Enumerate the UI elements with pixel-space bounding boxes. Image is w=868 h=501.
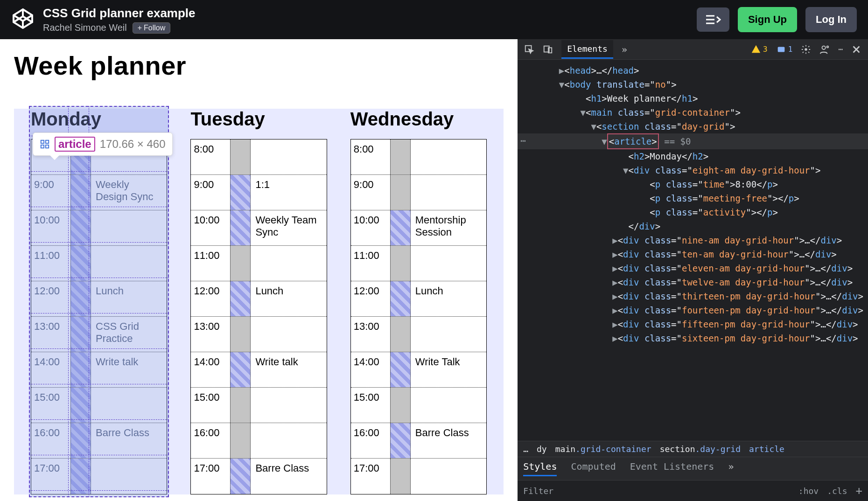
- device-icon[interactable]: [543, 44, 553, 55]
- day-heading: Monday: [31, 109, 167, 130]
- dom-node[interactable]: ▶<div class="fourteen-pm day-grid-hour">…: [518, 303, 868, 317]
- tab-styles[interactable]: Styles: [523, 461, 557, 476]
- hour-status: [70, 423, 91, 458]
- styles-overflow-icon[interactable]: »: [728, 461, 734, 476]
- hour-status: [390, 388, 411, 423]
- close-icon[interactable]: [851, 44, 861, 55]
- svg-rect-6: [41, 140, 44, 143]
- hour-row: 11:00: [351, 246, 486, 281]
- dom-node[interactable]: <p class="activity"></p>: [518, 205, 868, 219]
- dom-node[interactable]: ▼<div class="eight-am day-grid-hour">: [518, 163, 868, 177]
- account-icon[interactable]: [819, 44, 830, 55]
- dom-node[interactable]: ▼<section class="day-grid">: [518, 119, 868, 133]
- hour-time: 16:00: [31, 423, 70, 458]
- tabs-overflow-icon[interactable]: »: [622, 44, 627, 55]
- hour-time: 10:00: [191, 210, 230, 245]
- hov-toggle[interactable]: :hov: [798, 486, 819, 496]
- breadcrumb-body[interactable]: dy: [537, 444, 547, 454]
- settings-icon[interactable]: [801, 44, 811, 55]
- dom-node[interactable]: <p class="time">8:00</p>: [518, 177, 868, 191]
- hour-time: 17:00: [191, 459, 230, 494]
- dom-node[interactable]: <p class="meeting-free"></p>: [518, 191, 868, 205]
- hour-status: [230, 459, 251, 494]
- login-button[interactable]: Log In: [805, 7, 857, 32]
- dom-node[interactable]: ▶<head>…</head>: [518, 63, 868, 77]
- hour-activity: [411, 317, 486, 352]
- day-table: 8:009:001:110:00Weekly Team Sync11:0012:…: [190, 139, 327, 494]
- signup-button[interactable]: Sign Up: [738, 7, 797, 32]
- hour-row: 17:00: [351, 459, 486, 494]
- hour-status: [230, 281, 251, 316]
- hour-activity: [411, 388, 486, 423]
- dom-node[interactable]: ▶<div class="thirteen-pm day-grid-hour">…: [518, 289, 868, 303]
- breadcrumb-main[interactable]: main.grid-container: [555, 444, 651, 454]
- svg-rect-9: [46, 145, 49, 148]
- grid-icon: [40, 139, 50, 149]
- new-style-rule-icon[interactable]: +: [856, 484, 862, 497]
- svg-rect-13: [777, 47, 784, 52]
- hour-row: 11:00: [191, 246, 326, 281]
- dom-breadcrumb[interactable]: … dy main.grid-container section.day-gri…: [518, 441, 868, 457]
- dom-node[interactable]: <h2>Monday</h2>: [518, 149, 868, 163]
- hour-status: [230, 210, 251, 245]
- hour-activity: Lunch: [251, 281, 326, 316]
- breadcrumb-article[interactable]: article: [749, 444, 784, 454]
- dom-node[interactable]: <h1>Week planner</h1>: [518, 91, 868, 105]
- pen-author[interactable]: Rachel Simone Weil: [43, 22, 127, 33]
- dom-node[interactable]: ▶<div class="eleven-am day-grid-hour">…<…: [518, 261, 868, 275]
- tab-event-listeners[interactable]: Event Listeners: [630, 461, 714, 476]
- more-icon[interactable]: ⋯: [838, 45, 843, 54]
- hour-status: [390, 281, 411, 316]
- hour-time: 13:00: [31, 317, 70, 352]
- dom-tree[interactable]: ▶<head>…</head> ▼<body translate="no"> <…: [518, 60, 868, 441]
- hour-activity: [91, 246, 167, 281]
- hour-row: 12:00Lunch: [31, 281, 167, 317]
- dom-node[interactable]: ▼<main class="grid-container">: [518, 105, 868, 119]
- view-switch-button[interactable]: [697, 7, 729, 32]
- warning-badge[interactable]: 3: [751, 44, 768, 55]
- cls-toggle[interactable]: .cls: [827, 486, 847, 496]
- day-column: Monday8:009:00Weekly Design Sync10:0011:…: [31, 109, 167, 494]
- hour-row: 11:00: [31, 246, 167, 281]
- hour-time: 15:00: [351, 388, 390, 423]
- tooltip-dimensions: 170.66 × 460: [100, 138, 166, 151]
- hour-time: 10:00: [351, 210, 390, 245]
- hour-time: 15:00: [31, 388, 70, 423]
- hour-status: [390, 423, 411, 458]
- dom-node[interactable]: ⋯ ▼<article> == $0: [518, 133, 868, 149]
- follow-button[interactable]: +Follow: [133, 22, 171, 34]
- hour-row: 10:00Mentorship Session: [351, 210, 486, 246]
- hour-time: 15:00: [191, 388, 230, 423]
- inspect-icon[interactable]: [524, 44, 534, 55]
- hour-row: 13:00: [191, 317, 326, 352]
- hour-time: 9:00: [31, 175, 70, 210]
- dom-node[interactable]: ▶<div class="twelve-am day-grid-hour">…<…: [518, 275, 868, 289]
- hour-activity: Weekly Team Sync: [251, 210, 326, 245]
- hour-row: 13:00CSS Grid Practice: [31, 317, 167, 352]
- dom-node[interactable]: ▶<div class="fifteen-pm day-grid-hour">……: [518, 317, 868, 331]
- devtools-pane: Elements » 3 1 ⋯ ▶<head>…</head> ▼<body …: [518, 39, 868, 501]
- filter-input[interactable]: Filter: [523, 486, 553, 496]
- hour-time: 16:00: [351, 423, 390, 458]
- hour-status: [230, 388, 251, 423]
- tooltip-tag: article: [55, 137, 95, 152]
- day-table: 8:009:0010:00Mentorship Session11:0012:0…: [350, 139, 487, 494]
- hour-activity: 1:1: [251, 175, 326, 210]
- hour-row: 10:00: [31, 210, 167, 246]
- tab-elements[interactable]: Elements: [561, 40, 613, 59]
- hour-activity: Write talk: [91, 352, 167, 387]
- hour-time: 10:00: [31, 210, 70, 245]
- hour-activity: [251, 388, 326, 423]
- breadcrumb-section[interactable]: section.day-grid: [660, 444, 741, 454]
- hour-row: 9:001:1: [191, 175, 326, 210]
- hour-row: 9:00Weekly Design Sync: [31, 175, 167, 210]
- hour-time: 13:00: [191, 317, 230, 352]
- dom-node[interactable]: ▼<body translate="no">: [518, 77, 868, 91]
- info-badge[interactable]: 1: [776, 44, 793, 55]
- dom-node[interactable]: ▶<div class="nine-am day-grid-hour">…</d…: [518, 233, 868, 247]
- dom-node[interactable]: ▶<div class="ten-am day-grid-hour">…</di…: [518, 247, 868, 261]
- dom-node[interactable]: ▶<div class="sixteen-pm day-grid-hour">……: [518, 331, 868, 345]
- tab-computed[interactable]: Computed: [571, 461, 616, 476]
- dom-node[interactable]: </div>: [518, 219, 868, 233]
- hour-time: 17:00: [31, 459, 70, 494]
